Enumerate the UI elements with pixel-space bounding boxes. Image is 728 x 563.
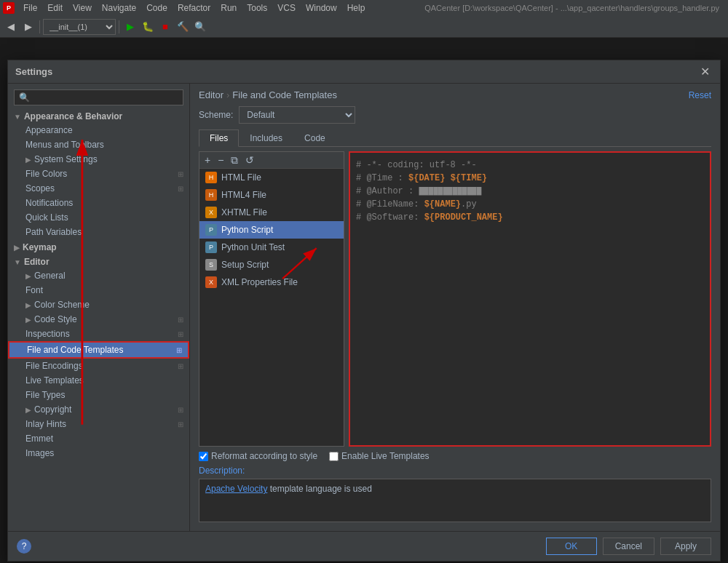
- reset-template-button[interactable]: ↺: [242, 154, 257, 166]
- sidebar-item-code-style[interactable]: ▶ Code Style ⊞: [8, 312, 189, 327]
- section-editor-label: Editor: [24, 257, 50, 267]
- template-tabs: Files Includes Code: [199, 129, 711, 147]
- tab-code[interactable]: Code: [293, 129, 336, 146]
- sidebar-item-live-templates[interactable]: Live Templates: [8, 373, 189, 388]
- live-templates-checkbox[interactable]: [329, 452, 339, 461]
- sidebar-item-color-scheme[interactable]: ▶ Color Scheme: [8, 298, 189, 312]
- stop-btn[interactable]: ■: [157, 19, 173, 35]
- footer-left: ?: [17, 539, 31, 554]
- menu-refactor[interactable]: Refactor: [173, 1, 215, 15]
- menu-file[interactable]: File: [19, 1, 41, 15]
- cancel-button[interactable]: Cancel: [603, 538, 654, 555]
- copy-template-button[interactable]: ⧉: [228, 154, 241, 166]
- help-icon-button[interactable]: ?: [17, 539, 31, 554]
- menu-vcs[interactable]: VCS: [273, 1, 300, 15]
- build-btn[interactable]: 🔨: [175, 19, 191, 35]
- sidebar-item-emmet[interactable]: Emmet: [8, 431, 189, 446]
- run-btn[interactable]: ▶: [122, 19, 138, 35]
- dialog-titlebar: Settings ✕: [8, 60, 720, 84]
- template-item-html[interactable]: H HTML File: [199, 169, 344, 186]
- sidebar-item-menus-toolbars[interactable]: Menus and Toolbars: [8, 137, 189, 152]
- code-line-2: # @Time : ${DATE} ${TIME}: [356, 172, 704, 185]
- sidebar-item-inlay-hints[interactable]: Inlay Hints ⊞: [8, 417, 189, 431]
- dialog-overlay: Settings ✕ ▼ Appearance & Behavior: [0, 38, 728, 563]
- template-item-setup[interactable]: S Setup Script: [199, 256, 344, 273]
- add-template-button[interactable]: +: [202, 154, 213, 166]
- code-line-4: # @FileName: ${NAME}.py: [356, 198, 704, 211]
- python-unit-file-icon: P: [205, 241, 217, 253]
- menu-navigate[interactable]: Navigate: [98, 1, 141, 15]
- footer-right: OK Cancel Apply: [546, 538, 711, 555]
- sidebar-item-file-code-templates[interactable]: File and Code Templates ⊞: [8, 341, 189, 359]
- sidebar-item-appearance[interactable]: Appearance: [8, 123, 189, 137]
- sidebar-item-copyright[interactable]: ▶ Copyright ⊞: [8, 402, 189, 417]
- code-editor[interactable]: # -*- coding: utf-8 -*- # @Time : ${DATE…: [350, 153, 710, 445]
- menu-view[interactable]: View: [68, 1, 96, 15]
- checkbox-row: Reformat according to style Enable Live …: [199, 451, 711, 461]
- xhtml-file-icon: X: [205, 207, 217, 218]
- reformat-checkbox-label[interactable]: Reformat according to style: [199, 451, 317, 461]
- code-editor-panel: # -*- coding: utf-8 -*- # @Time : ${DATE…: [349, 151, 711, 447]
- live-templates-label: Enable Live Templates: [341, 451, 430, 461]
- remove-template-button[interactable]: −: [215, 154, 226, 166]
- code-line-3: # @Author : █████████████: [356, 185, 704, 198]
- sidebar-item-images[interactable]: Images: [8, 446, 189, 460]
- sidebar-item-system-settings[interactable]: ▶ System Settings: [8, 152, 189, 167]
- debug-btn[interactable]: 🐛: [140, 19, 156, 35]
- menu-run[interactable]: Run: [216, 1, 241, 15]
- sidebar-item-file-colors[interactable]: File Colors ⊞: [8, 167, 189, 181]
- back-btn[interactable]: ◀: [3, 19, 19, 35]
- tab-files[interactable]: Files: [199, 129, 239, 147]
- template-item-html4[interactable]: H HTML4 File: [199, 186, 344, 204]
- settings-sidebar: ▼ Appearance & Behavior Appearance Menus…: [8, 84, 190, 531]
- template-item-xml[interactable]: X XML Properties File: [199, 273, 344, 291]
- sidebar-item-file-encodings[interactable]: File Encodings ⊞: [8, 359, 189, 373]
- sidebar-item-file-types[interactable]: File Types: [8, 388, 189, 402]
- function-combo[interactable]: __init__(1): [43, 19, 116, 35]
- template-list-panel: + − ⧉ ↺ H HTML File: [199, 151, 344, 447]
- template-list: H HTML File H HTML4 File X: [199, 169, 344, 446]
- live-templates-checkbox-label[interactable]: Enable Live Templates: [329, 451, 430, 461]
- menu-help[interactable]: Help: [343, 1, 370, 15]
- sidebar-item-quick-lists[interactable]: Quick Lists: [8, 210, 189, 225]
- section-editor[interactable]: ▼ Editor: [8, 254, 189, 268]
- reset-link[interactable]: Reset: [689, 90, 711, 100]
- menu-edit[interactable]: Edit: [43, 1, 67, 15]
- breadcrumb-current: File and Code Templates: [232, 89, 337, 100]
- template-area: + − ⧉ ↺ H HTML File: [199, 151, 711, 447]
- sidebar-item-inspections[interactable]: Inspections ⊞: [8, 327, 189, 341]
- menu-tools[interactable]: Tools: [242, 1, 272, 15]
- description-label: Description:: [199, 466, 711, 476]
- reformat-label: Reformat according to style: [211, 451, 317, 461]
- tab-includes[interactable]: Includes: [239, 129, 293, 146]
- template-item-python-unit[interactable]: P Python Unit Test: [199, 239, 344, 256]
- breadcrumb-separator: ›: [226, 89, 229, 100]
- menu-code[interactable]: Code: [142, 1, 172, 15]
- search-btn[interactable]: 🔍: [192, 19, 208, 35]
- code-line-1: # -*- coding: utf-8 -*-: [356, 159, 704, 172]
- template-item-xhtml[interactable]: X XHTML File: [199, 204, 344, 221]
- sidebar-item-font[interactable]: Font: [8, 283, 189, 298]
- menu-window[interactable]: Window: [301, 1, 341, 15]
- section-editor-arrow: ▼: [14, 258, 21, 266]
- settings-content: Editor › File and Code Templates Reset S…: [190, 84, 720, 531]
- sidebar-item-notifications[interactable]: Notifications: [8, 196, 189, 210]
- scheme-combo[interactable]: Default: [239, 106, 355, 124]
- scheme-row: Scheme: Default: [199, 106, 711, 124]
- apply-button[interactable]: Apply: [660, 538, 711, 555]
- apache-velocity-link[interactable]: Apache Velocity: [205, 484, 267, 494]
- settings-dialog: Settings ✕ ▼ Appearance & Behavior: [7, 60, 721, 562]
- sidebar-item-path-variables[interactable]: Path Variables: [8, 225, 189, 239]
- reformat-checkbox[interactable]: [199, 452, 208, 461]
- sidebar-item-scopes[interactable]: Scopes ⊞: [8, 181, 189, 196]
- sidebar-item-general[interactable]: ▶ General: [8, 268, 189, 283]
- ok-button[interactable]: OK: [546, 538, 597, 555]
- section-appearance-behavior[interactable]: ▼ Appearance & Behavior: [8, 108, 189, 123]
- dialog-body: ▼ Appearance & Behavior Appearance Menus…: [8, 84, 720, 531]
- section-keymap[interactable]: ▶ Keymap: [8, 239, 189, 254]
- python-file-icon: P: [205, 224, 217, 236]
- dialog-close-button[interactable]: ✕: [697, 65, 713, 79]
- settings-search-input[interactable]: [14, 89, 183, 105]
- forward-btn[interactable]: ▶: [20, 19, 36, 35]
- template-item-python[interactable]: P Python Script: [199, 221, 344, 239]
